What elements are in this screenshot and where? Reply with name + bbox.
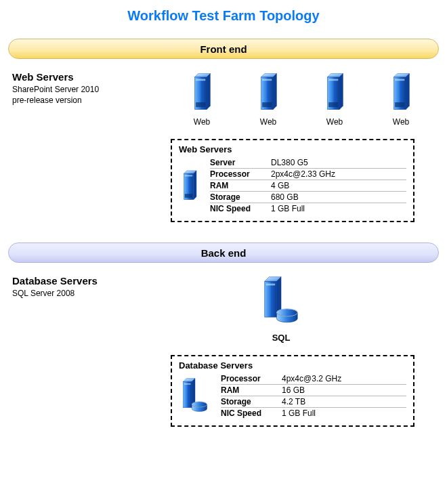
spec-row: NIC Speed 1 GB Full <box>221 408 406 419</box>
spec-row: NIC Speed 1 GB Full <box>210 203 406 214</box>
server-label: Web <box>175 117 229 127</box>
web-servers-subtitle-2: pre-release version <box>12 95 175 106</box>
spec-key: NIC Speed <box>210 204 271 213</box>
spec-key: NIC Speed <box>221 408 282 418</box>
server-label: Web <box>374 117 428 127</box>
spec-row: RAM 16 GB <box>221 385 406 396</box>
spec-value: 4 GB <box>271 181 406 190</box>
spec-key: RAM <box>221 385 282 395</box>
server-label: Web <box>307 117 362 127</box>
server-tower-icon <box>321 71 348 113</box>
database-server-item: SQL <box>175 275 442 343</box>
server-label: SQL <box>175 333 387 343</box>
spec-row: Server DL380 G5 <box>210 157 406 169</box>
database-server-icon <box>179 377 211 415</box>
spec-value: 680 GB <box>271 192 406 202</box>
spec-value: 4.2 TB <box>282 397 406 406</box>
web-servers-row: Web Web Web Web <box>175 71 442 127</box>
spec-value: DL380 G5 <box>271 158 406 167</box>
page-title: Workflow Test Farm Topology <box>5 8 442 24</box>
spec-key: Processor <box>210 169 271 179</box>
spec-row: Processor 4px4c@3.2 GHz <box>221 373 406 385</box>
spec-row: RAM 4 GB <box>210 180 406 192</box>
spec-table: Server DL380 G5 Processor 2px4c@2.33 GHz… <box>210 157 406 214</box>
spec-value: 16 GB <box>282 385 406 395</box>
spec-table: Processor 4px4c@3.2 GHz RAM 16 GB Storag… <box>221 373 406 419</box>
spec-key: Storage <box>221 397 282 406</box>
web-server-item: Web <box>374 71 428 127</box>
server-tower-icon <box>179 169 200 203</box>
spec-value: 4px4c@3.2 GHz <box>282 374 406 383</box>
web-server-item: Web <box>175 71 229 127</box>
web-server-item: Web <box>241 71 295 127</box>
spec-key: RAM <box>210 181 271 190</box>
database-server-icon <box>259 275 303 328</box>
database-servers-subtitle: SQL Server 2008 <box>12 288 175 299</box>
database-servers-spec-box: Database Servers Processor 4px4c@3.2 GHz… <box>171 355 414 427</box>
web-servers-heading: Web Servers <box>12 71 175 83</box>
web-server-item: Web <box>307 71 362 127</box>
spec-row: Storage 4.2 TB <box>221 396 406 408</box>
section-header-front-end: Front end <box>8 39 439 59</box>
spec-row: Processor 2px4c@2.33 GHz <box>210 169 406 180</box>
section-header-back-end: Back end <box>8 243 439 263</box>
spec-box-title: Web Servers <box>179 144 406 154</box>
web-servers-spec-box: Web Servers Server DL380 G5 Processor 2p… <box>171 139 414 222</box>
web-servers-subtitle-1: SharePoint Server 2010 <box>12 84 175 95</box>
spec-key: Storage <box>210 192 271 202</box>
database-servers-heading: Database Servers <box>12 275 175 287</box>
spec-value: 1 GB Full <box>282 408 406 418</box>
front-end-description: Web Servers SharePoint Server 2010 pre-r… <box>5 71 175 106</box>
server-tower-icon <box>255 71 282 113</box>
back-end-description: Database Servers SQL Server 2008 <box>5 275 175 299</box>
server-tower-icon <box>188 71 215 113</box>
spec-box-title: Database Servers <box>179 360 406 371</box>
spec-value: 2px4c@2.33 GHz <box>271 169 406 179</box>
spec-key: Processor <box>221 374 282 383</box>
spec-value: 1 GB Full <box>271 204 406 213</box>
server-tower-icon <box>387 71 414 113</box>
server-label: Web <box>241 117 295 127</box>
spec-row: Storage 680 GB <box>210 192 406 203</box>
spec-key: Server <box>210 158 271 167</box>
